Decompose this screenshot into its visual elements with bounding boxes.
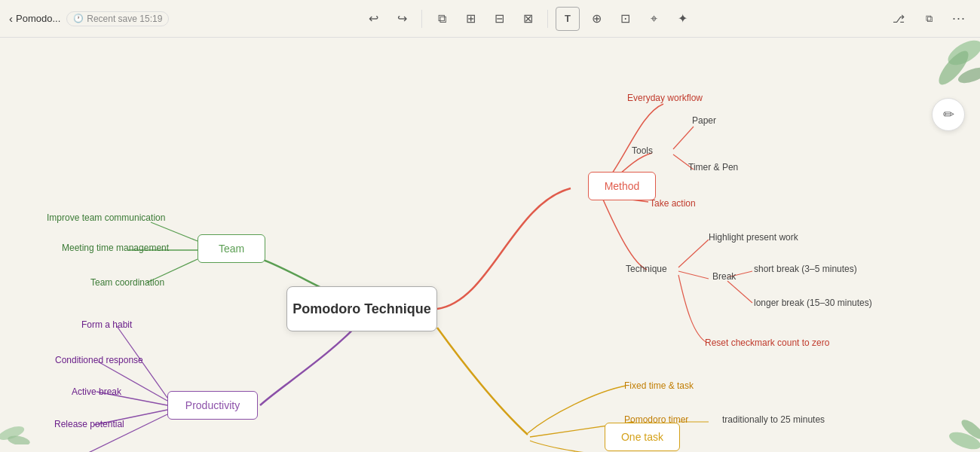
method-label: Method	[605, 180, 640, 192]
divider-2	[547, 10, 548, 28]
connect-button[interactable]: ⊡	[613, 7, 637, 31]
toolbar-center: ↩ ↪ ⧉ ⊞ ⊟ ⊠ T ⊕ ⊡ ⌖ ✦	[175, 7, 880, 31]
text-button[interactable]: T	[556, 7, 580, 31]
method-node[interactable]: Method	[588, 172, 656, 200]
back-button[interactable]: ‹ Pomodo...	[9, 12, 60, 25]
redo-button[interactable]: ↪	[390, 7, 414, 31]
copy-button[interactable]: ⧉	[430, 7, 454, 31]
back-icon: ‹	[9, 12, 13, 25]
share-button[interactable]: ⎇	[887, 7, 911, 31]
external-link-button[interactable]: ⧉	[917, 7, 941, 31]
central-node[interactable]: Pomodoro Technique	[286, 286, 437, 331]
more-button[interactable]: ···	[947, 7, 971, 31]
paste-button[interactable]: ⊞	[458, 7, 482, 31]
team-label: Team	[219, 243, 244, 255]
save-indicator: 🕐 Recent save 15:19	[66, 11, 169, 26]
cut-button[interactable]: ⊟	[487, 7, 511, 31]
divider-1	[421, 10, 422, 28]
undo-button[interactable]: ↩	[361, 7, 385, 31]
productivity-label: Productivity	[185, 399, 240, 411]
link-button[interactable]: ⌖	[642, 7, 666, 31]
magic-eraser-button[interactable]: ✏	[932, 98, 965, 131]
clock-icon: 🕐	[73, 14, 84, 23]
team-node[interactable]: Team	[198, 234, 265, 263]
toolbar-left: ‹ Pomodo... 🕐 Recent save 15:19	[9, 11, 175, 26]
frame-button[interactable]: ⊠	[516, 7, 540, 31]
save-time: Recent save 15:19	[87, 14, 162, 24]
eraser-icon: ✏	[943, 106, 954, 123]
productivity-node[interactable]: Productivity	[167, 391, 258, 420]
toolbar-right: ⎇ ⧉ ···	[880, 7, 971, 31]
onetask-node[interactable]: One task	[605, 423, 680, 451]
add-button[interactable]: ⊕	[584, 7, 608, 31]
central-node-label: Pomodoro Technique	[292, 301, 431, 317]
mindmap-svg	[0, 38, 980, 452]
onetask-label: One task	[621, 431, 663, 443]
star-button[interactable]: ✦	[670, 7, 694, 31]
canvas[interactable]: Pomodoro Technique Method Team Productiv…	[0, 38, 980, 452]
toolbar: ‹ Pomodo... 🕐 Recent save 15:19 ↩ ↪ ⧉ ⊞ …	[0, 0, 980, 38]
doc-title: Pomodo...	[16, 13, 60, 24]
